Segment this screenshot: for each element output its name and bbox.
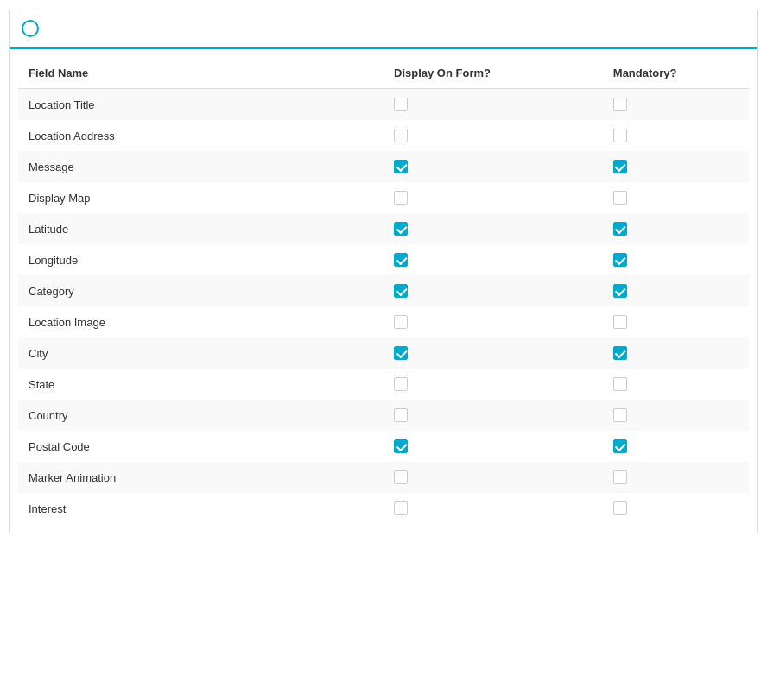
table-row: Interest <box>18 493 749 524</box>
table-row: Location Image <box>18 306 749 337</box>
field-name-cell: City <box>18 337 384 369</box>
collapse-icon[interactable] <box>22 20 39 37</box>
table-row: Longitude <box>18 244 749 275</box>
col-header-mandatory: Mandatory? <box>603 58 749 89</box>
mandatory-checkbox[interactable] <box>613 98 627 111</box>
field-name-cell: Marker Animation <box>18 462 384 493</box>
display-checkbox[interactable] <box>394 160 408 173</box>
display-checkbox[interactable] <box>394 439 408 453</box>
field-name-cell: Location Image <box>18 306 384 337</box>
mandatory-checkbox[interactable] <box>613 377 627 391</box>
field-name-cell: Postal Code <box>18 431 384 462</box>
mandatory-checkbox[interactable] <box>613 470 627 484</box>
table-row: Country <box>18 400 749 431</box>
panel-header <box>10 9 757 49</box>
display-checkbox-cell <box>384 462 603 493</box>
field-name-cell: Longitude <box>18 244 384 275</box>
mandatory-checkbox[interactable] <box>613 408 627 422</box>
table-row: State <box>18 369 749 400</box>
table-row: Location Address <box>18 120 749 151</box>
table-row: Display Map <box>18 182 749 213</box>
mandatory-checkbox-cell <box>603 306 749 337</box>
field-name-cell: Location Address <box>18 120 384 151</box>
mandatory-checkbox-cell <box>603 431 749 462</box>
col-header-display: Display On Form? <box>384 58 603 89</box>
display-checkbox[interactable] <box>394 346 408 360</box>
mandatory-checkbox-cell <box>603 369 749 400</box>
mandatory-checkbox[interactable] <box>613 284 627 298</box>
display-checkbox[interactable] <box>394 222 408 236</box>
display-checkbox[interactable] <box>394 501 408 515</box>
mandatory-checkbox[interactable] <box>613 501 627 515</box>
mandatory-checkbox[interactable] <box>613 160 627 173</box>
mandatory-checkbox[interactable] <box>613 222 627 236</box>
display-checkbox[interactable] <box>394 315 408 329</box>
mandatory-checkbox-cell <box>603 275 749 306</box>
display-checkbox[interactable] <box>394 129 408 142</box>
mandatory-checkbox-cell <box>603 493 749 524</box>
table-header-row: Field Name Display On Form? Mandatory? <box>18 58 749 89</box>
table-container: Field Name Display On Form? Mandatory? L… <box>10 49 757 533</box>
mandatory-checkbox[interactable] <box>613 129 627 142</box>
mandatory-checkbox-cell <box>603 337 749 369</box>
main-panel: Field Name Display On Form? Mandatory? L… <box>9 9 758 533</box>
field-name-cell: Latitude <box>18 213 384 244</box>
mandatory-checkbox-cell <box>603 120 749 151</box>
mandatory-checkbox-cell <box>603 89 749 121</box>
field-name-cell: Interest <box>18 493 384 524</box>
col-header-field-name: Field Name <box>18 58 384 89</box>
mandatory-checkbox[interactable] <box>613 346 627 360</box>
display-checkbox[interactable] <box>394 284 408 298</box>
fields-table: Field Name Display On Form? Mandatory? L… <box>18 58 749 524</box>
field-name-cell: Location Title <box>18 89 384 121</box>
table-row: Location Title <box>18 89 749 121</box>
mandatory-checkbox[interactable] <box>613 315 627 329</box>
mandatory-checkbox[interactable] <box>613 191 627 205</box>
field-name-cell: Display Map <box>18 182 384 213</box>
display-checkbox-cell <box>384 369 603 400</box>
mandatory-checkbox[interactable] <box>613 439 627 453</box>
display-checkbox-cell <box>384 493 603 524</box>
mandatory-checkbox-cell <box>603 400 749 431</box>
display-checkbox[interactable] <box>394 253 408 267</box>
display-checkbox-cell <box>384 431 603 462</box>
mandatory-checkbox-cell <box>603 182 749 213</box>
table-row: Latitude <box>18 213 749 244</box>
display-checkbox[interactable] <box>394 408 408 422</box>
display-checkbox-cell <box>384 244 603 275</box>
table-row: Message <box>18 151 749 182</box>
display-checkbox-cell <box>384 182 603 213</box>
display-checkbox-cell <box>384 337 603 369</box>
mandatory-checkbox-cell <box>603 151 749 182</box>
table-row: City <box>18 337 749 369</box>
table-body: Location TitleLocation AddressMessageDis… <box>18 89 749 525</box>
field-name-cell: Category <box>18 275 384 306</box>
display-checkbox[interactable] <box>394 470 408 484</box>
mandatory-checkbox-cell <box>603 244 749 275</box>
display-checkbox-cell <box>384 120 603 151</box>
display-checkbox[interactable] <box>394 98 408 111</box>
field-name-cell: Message <box>18 151 384 182</box>
display-checkbox-cell <box>384 275 603 306</box>
field-name-cell: Country <box>18 400 384 431</box>
display-checkbox-cell <box>384 400 603 431</box>
display-checkbox[interactable] <box>394 377 408 391</box>
mandatory-checkbox[interactable] <box>613 253 627 267</box>
display-checkbox-cell <box>384 213 603 244</box>
display-checkbox-cell <box>384 89 603 121</box>
mandatory-checkbox-cell <box>603 462 749 493</box>
display-checkbox[interactable] <box>394 191 408 205</box>
table-row: Category <box>18 275 749 306</box>
mandatory-checkbox-cell <box>603 213 749 244</box>
display-checkbox-cell <box>384 151 603 182</box>
table-row: Postal Code <box>18 431 749 462</box>
table-row: Marker Animation <box>18 462 749 493</box>
display-checkbox-cell <box>384 306 603 337</box>
field-name-cell: State <box>18 369 384 400</box>
